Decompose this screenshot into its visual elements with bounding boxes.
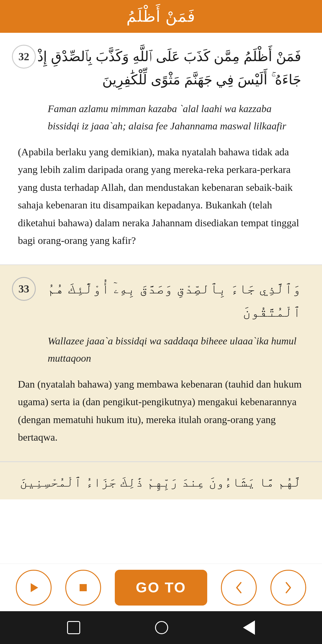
verse-34-partial-section: لَّهُم مَّا يَشَاءُونَ عِندَ رَبِّهِمْ ذ… xyxy=(0,462,322,499)
verse-32-translation: (Apabila berlaku yang demikian), maka ny… xyxy=(18,143,304,250)
bottom-toolbar: GO TO xyxy=(0,564,322,611)
verse-33-badge: 33 xyxy=(12,277,36,301)
verse-32-badge: 32 xyxy=(12,45,36,69)
next-button[interactable] xyxy=(270,570,306,606)
verse-32-arabic: فَمَنْ أَظْلَمُ مِمَّن كَذَبَ عَلَى ٱللَ… xyxy=(18,45,304,91)
chevron-right-icon xyxy=(281,580,296,595)
page-title: فَمَنْ أَظْلَمُ xyxy=(126,7,196,25)
stop-icon xyxy=(76,580,91,595)
play-icon xyxy=(26,580,41,595)
verse-33-translation: Dan (nyatalah bahawa) yang membawa keben… xyxy=(18,375,304,446)
verse-33-arabic: وَٱلَّذِي جَاءَ بِٱلصِّدْقِ وَصَدَّقَ بِ… xyxy=(18,277,304,323)
app-header: فَمَنْ أَظْلَمُ xyxy=(0,0,322,33)
recents-button[interactable] xyxy=(67,621,80,634)
main-content: 32 فَمَنْ أَظْلَمُ مِمَّن كَذَبَ عَلَى ٱ… xyxy=(0,33,322,564)
stop-button[interactable] xyxy=(65,570,101,606)
verse-33-transliteration: Wallazee jaaa`a bissidqi wa saddaqa bihe… xyxy=(18,332,304,367)
home-button[interactable] xyxy=(155,621,168,634)
svg-marker-0 xyxy=(31,583,38,592)
home-icon xyxy=(155,621,168,634)
verse-33-section: 33 وَٱلَّذِي جَاءَ بِٱلصِّدْقِ وَصَدَّقَ… xyxy=(0,265,322,461)
play-button[interactable] xyxy=(16,570,52,606)
svg-rect-1 xyxy=(80,584,87,591)
chevron-left-icon xyxy=(231,580,246,595)
recents-icon xyxy=(67,621,80,634)
prev-button[interactable] xyxy=(221,570,257,606)
back-button[interactable] xyxy=(243,620,255,635)
verse-34-arabic-partial: لَّهُم مَّا يَشَاءُونَ عِندَ رَبِّهِمْ ذ… xyxy=(18,471,304,493)
verse-32-transliteration: Faman azlamu mimman kazaba `alal laahi w… xyxy=(18,100,304,135)
android-navigation-bar xyxy=(0,611,322,644)
verse-32-section: 32 فَمَنْ أَظْلَمُ مِمَّن كَذَبَ عَلَى ٱ… xyxy=(0,33,322,264)
goto-button[interactable]: GO TO xyxy=(115,570,207,606)
back-icon xyxy=(243,620,255,635)
